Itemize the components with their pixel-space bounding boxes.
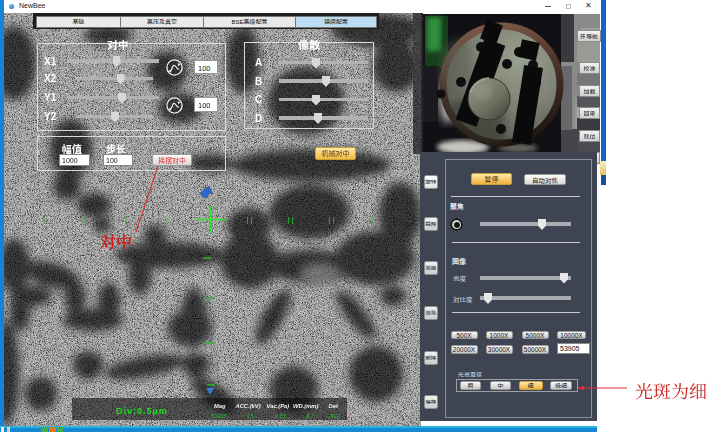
svg-text:53905: 53905 xyxy=(211,413,228,419)
svg-text:Mag: Mag xyxy=(214,403,226,409)
svg-text:8.7: 8.7 xyxy=(306,413,315,419)
svg-text:832: 832 xyxy=(330,413,340,419)
svg-text:15: 15 xyxy=(247,413,254,419)
svg-text:Div:0.5µm: Div:0.5µm xyxy=(116,406,168,416)
svg-text:0.01: 0.01 xyxy=(275,413,286,419)
svg-text:ACC.(kV): ACC.(kV) xyxy=(235,403,261,409)
svg-text:WD.(mm): WD.(mm) xyxy=(293,403,319,409)
svg-text:Det: Det xyxy=(329,403,339,409)
svg-text:Vac.(Pa): Vac.(Pa) xyxy=(267,403,290,409)
